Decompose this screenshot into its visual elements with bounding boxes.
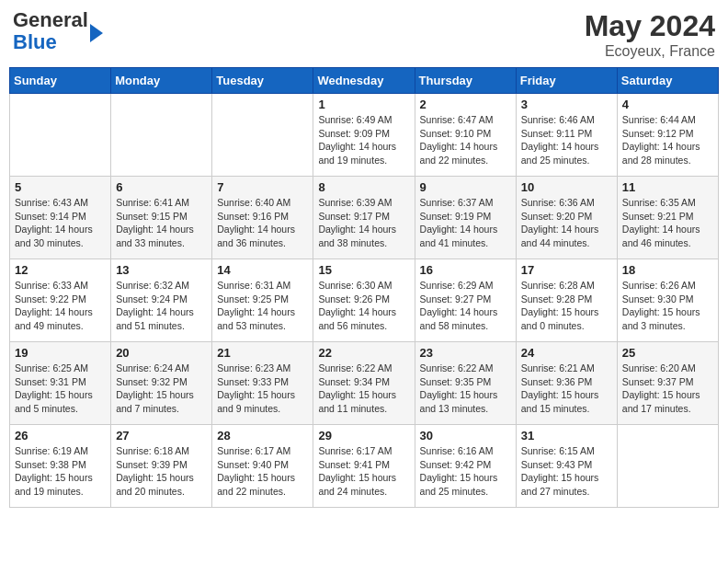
day-info: Sunrise: 6:32 AM Sunset: 9:24 PM Dayligh… [116,279,207,333]
location-subtitle: Ecoyeux, France [585,43,715,60]
calendar-day-cell: 15Sunrise: 6:30 AM Sunset: 9:26 PM Dayli… [313,259,415,342]
day-number: 1 [318,98,409,111]
day-number: 8 [318,180,409,194]
day-info: Sunrise: 6:46 AM Sunset: 9:11 PM Dayligh… [521,113,612,167]
calendar-day-cell: 21Sunrise: 6:23 AM Sunset: 9:33 PM Dayli… [212,342,313,425]
day-number: 29 [318,429,409,442]
day-number: 31 [521,429,612,442]
day-number: 7 [217,180,308,194]
day-info: Sunrise: 6:18 AM Sunset: 9:39 PM Dayligh… [116,444,207,499]
calendar-day-cell: 1Sunrise: 6:49 AM Sunset: 9:09 PM Daylig… [313,94,415,177]
calendar-day-header: Sunday [10,68,111,94]
calendar-week-row: 26Sunrise: 6:19 AM Sunset: 9:38 PM Dayli… [10,425,719,508]
calendar-day-cell: 13Sunrise: 6:32 AM Sunset: 9:24 PM Dayli… [111,259,212,342]
calendar-day-cell [212,94,313,177]
calendar-day-cell: 28Sunrise: 6:17 AM Sunset: 9:40 PM Dayli… [212,425,313,508]
calendar-day-header: Friday [516,68,617,94]
day-info: Sunrise: 6:43 AM Sunset: 9:14 PM Dayligh… [15,196,106,250]
day-number: 13 [116,263,207,277]
calendar-day-cell: 19Sunrise: 6:25 AM Sunset: 9:31 PM Dayli… [10,342,111,425]
day-number: 9 [420,180,511,194]
day-info: Sunrise: 6:22 AM Sunset: 9:35 PM Dayligh… [420,362,511,416]
calendar-day-cell: 24Sunrise: 6:21 AM Sunset: 9:36 PM Dayli… [516,342,617,425]
calendar-day-header: Tuesday [212,68,313,94]
calendar-day-cell: 8Sunrise: 6:39 AM Sunset: 9:17 PM Daylig… [313,177,415,259]
day-info: Sunrise: 6:19 AM Sunset: 9:38 PM Dayligh… [15,444,106,499]
calendar-day-cell [617,425,718,508]
day-info: Sunrise: 6:36 AM Sunset: 9:20 PM Dayligh… [521,196,612,250]
month-title: May 2024 [585,9,715,43]
calendar-day-cell: 14Sunrise: 6:31 AM Sunset: 9:25 PM Dayli… [212,259,313,342]
day-info: Sunrise: 6:17 AM Sunset: 9:41 PM Dayligh… [318,444,409,499]
day-info: Sunrise: 6:31 AM Sunset: 9:25 PM Dayligh… [217,279,308,333]
calendar-day-cell: 25Sunrise: 6:20 AM Sunset: 9:37 PM Dayli… [617,342,718,425]
calendar-day-header: Monday [111,68,212,94]
day-info: Sunrise: 6:44 AM Sunset: 9:12 PM Dayligh… [622,113,713,167]
day-number: 6 [116,180,207,194]
calendar-week-row: 12Sunrise: 6:33 AM Sunset: 9:22 PM Dayli… [10,259,719,342]
calendar-day-cell: 30Sunrise: 6:16 AM Sunset: 9:42 PM Dayli… [415,425,516,508]
calendar-day-header: Thursday [415,68,516,94]
day-info: Sunrise: 6:41 AM Sunset: 9:15 PM Dayligh… [116,196,207,250]
day-number: 30 [420,429,511,442]
day-info: Sunrise: 6:20 AM Sunset: 9:37 PM Dayligh… [622,362,713,416]
calendar-day-cell: 16Sunrise: 6:29 AM Sunset: 9:27 PM Dayli… [415,259,516,342]
day-number: 21 [217,346,308,360]
calendar-week-row: 1Sunrise: 6:49 AM Sunset: 9:09 PM Daylig… [10,94,719,177]
day-number: 20 [116,346,207,360]
calendar-day-cell: 3Sunrise: 6:46 AM Sunset: 9:11 PM Daylig… [516,94,617,177]
calendar-week-row: 5Sunrise: 6:43 AM Sunset: 9:14 PM Daylig… [10,177,719,259]
day-info: Sunrise: 6:17 AM Sunset: 9:40 PM Dayligh… [217,444,308,499]
day-info: Sunrise: 6:22 AM Sunset: 9:34 PM Dayligh… [318,362,409,416]
day-number: 4 [622,98,713,111]
day-info: Sunrise: 6:47 AM Sunset: 9:10 PM Dayligh… [420,113,511,167]
calendar-day-cell: 11Sunrise: 6:35 AM Sunset: 9:21 PM Dayli… [617,177,718,259]
calendar-day-cell: 2Sunrise: 6:47 AM Sunset: 9:10 PM Daylig… [415,94,516,177]
calendar-day-header: Wednesday [313,68,415,94]
day-info: Sunrise: 6:30 AM Sunset: 9:26 PM Dayligh… [318,279,409,333]
day-info: Sunrise: 6:24 AM Sunset: 9:32 PM Dayligh… [116,362,207,416]
day-number: 16 [420,263,511,277]
calendar-day-cell: 9Sunrise: 6:37 AM Sunset: 9:19 PM Daylig… [415,177,516,259]
calendar-day-header: Saturday [617,68,718,94]
day-info: Sunrise: 6:25 AM Sunset: 9:31 PM Dayligh… [15,362,106,416]
day-info: Sunrise: 6:33 AM Sunset: 9:22 PM Dayligh… [15,279,106,333]
day-info: Sunrise: 6:16 AM Sunset: 9:42 PM Dayligh… [420,444,511,499]
calendar-day-cell: 4Sunrise: 6:44 AM Sunset: 9:12 PM Daylig… [617,94,718,177]
day-info: Sunrise: 6:35 AM Sunset: 9:21 PM Dayligh… [622,196,713,250]
calendar-week-row: 19Sunrise: 6:25 AM Sunset: 9:31 PM Dayli… [10,342,719,425]
calendar-day-cell: 20Sunrise: 6:24 AM Sunset: 9:32 PM Dayli… [111,342,212,425]
day-info: Sunrise: 6:37 AM Sunset: 9:19 PM Dayligh… [420,196,511,250]
day-info: Sunrise: 6:28 AM Sunset: 9:28 PM Dayligh… [521,279,612,333]
day-number: 27 [116,429,207,442]
calendar-day-cell: 10Sunrise: 6:36 AM Sunset: 9:20 PM Dayli… [516,177,617,259]
day-info: Sunrise: 6:23 AM Sunset: 9:33 PM Dayligh… [217,362,308,416]
day-number: 22 [318,346,409,360]
day-info: Sunrise: 6:40 AM Sunset: 9:16 PM Dayligh… [217,196,308,250]
calendar-day-cell: 17Sunrise: 6:28 AM Sunset: 9:28 PM Dayli… [516,259,617,342]
day-number: 24 [521,346,612,360]
day-number: 28 [217,429,308,442]
day-number: 11 [622,180,713,194]
calendar-day-cell: 27Sunrise: 6:18 AM Sunset: 9:39 PM Dayli… [111,425,212,508]
logo-general: General [13,8,88,31]
calendar-day-cell: 5Sunrise: 6:43 AM Sunset: 9:14 PM Daylig… [10,177,111,259]
calendar-body: 1Sunrise: 6:49 AM Sunset: 9:09 PM Daylig… [10,94,719,508]
calendar-day-cell: 26Sunrise: 6:19 AM Sunset: 9:38 PM Dayli… [10,425,111,508]
day-number: 14 [217,263,308,277]
calendar-day-cell: 7Sunrise: 6:40 AM Sunset: 9:16 PM Daylig… [212,177,313,259]
day-number: 15 [318,263,409,277]
day-number: 19 [15,346,106,360]
day-number: 17 [521,263,612,277]
calendar-table: SundayMondayTuesdayWednesdayThursdayFrid… [9,67,719,508]
page-header: General Blue May 2024 Ecoyeux, France [9,9,719,60]
day-number: 3 [521,98,612,111]
day-number: 23 [420,346,511,360]
logo: General Blue [13,9,103,53]
day-number: 2 [420,98,511,111]
calendar-day-cell [111,94,212,177]
calendar-day-cell: 23Sunrise: 6:22 AM Sunset: 9:35 PM Dayli… [415,342,516,425]
logo-arrow-icon [90,24,103,42]
day-number: 25 [622,346,713,360]
calendar-day-cell: 29Sunrise: 6:17 AM Sunset: 9:41 PM Dayli… [313,425,415,508]
